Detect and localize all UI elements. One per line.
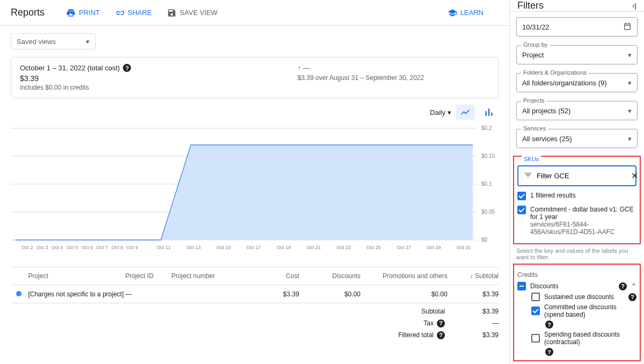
sku-item: Commitment - dollar based v1: GCE for 1 … [530, 206, 634, 221]
summary-amount: $3.39 [20, 74, 131, 83]
checkbox-indeterminate[interactable] [517, 282, 526, 290]
caret-down-icon: ▾ [628, 79, 632, 87]
summary-card: October 1 – 31, 2022 (total cost) ? $3.3… [11, 57, 499, 98]
subtotal-label: Subtotal [380, 308, 445, 315]
svg-text:$0.2: $0.2 [481, 125, 492, 131]
filter-icon [524, 171, 532, 181]
help-icon[interactable]: ? [545, 348, 553, 356]
svg-text:Oct 19: Oct 19 [276, 245, 290, 250]
folders-field[interactable]: Folders & Organizations All folders/orga… [516, 73, 638, 92]
skus-highlight: SKUs ✕ 1 filtered results Commitmen [513, 156, 641, 244]
date-field[interactable]: 10/31/22 [516, 17, 638, 37]
save-view-button[interactable]: SAVE VIEW [167, 8, 218, 18]
line-chart-icon [460, 107, 471, 118]
summary-credits: includes $0.00 in credits [20, 84, 131, 91]
caret-down-icon: ▾ [448, 108, 451, 117]
filtered-results: 1 filtered results [530, 192, 576, 199]
svg-text:Oct 21: Oct 21 [306, 245, 320, 250]
checkbox[interactable] [531, 334, 540, 343]
svg-text:Oct 25: Oct 25 [367, 245, 380, 250]
svg-text:Oct 3: Oct 3 [36, 245, 48, 250]
svg-text:$0: $0 [481, 237, 488, 243]
filtered-total-label: Filtered total? [380, 331, 445, 339]
svg-text:Oct 31: Oct 31 [457, 245, 471, 250]
svg-text:Oct 29: Oct 29 [427, 245, 441, 250]
svg-text:$0.15: $0.15 [481, 153, 495, 159]
filters-header: Filters ›| [510, 0, 644, 12]
bar-chart-toggle[interactable] [479, 105, 499, 120]
svg-text:Oct 5: Oct 5 [67, 245, 78, 250]
checkbox[interactable] [517, 206, 526, 214]
delta-text: $3.39 over August 31 – September 30, 202… [297, 74, 424, 82]
svg-text:Oct 13: Oct 13 [187, 245, 201, 250]
credits-highlight: Credits Discounts ? ⌃ Sustained use disc… [513, 264, 641, 361]
svg-text:Oct 15: Oct 15 [217, 245, 231, 250]
help-icon[interactable]: ? [619, 282, 627, 290]
calendar-icon [623, 22, 632, 32]
sku-path: services/6F81-5844-456A/skus/F61D-4D51-A… [530, 221, 614, 236]
help-icon[interactable]: ? [123, 64, 131, 72]
line-chart-toggle[interactable] [456, 105, 475, 120]
interval-dropdown[interactable]: Daily ▾ [430, 108, 451, 117]
print-button[interactable]: PRINT [66, 8, 100, 18]
svg-text:Oct 2: Oct 2 [21, 245, 33, 250]
link-icon [115, 8, 125, 18]
svg-text:Oct 23: Oct 23 [336, 245, 350, 250]
save-icon [167, 8, 177, 18]
bar-chart-icon [484, 107, 494, 118]
svg-text:$0.05: $0.05 [481, 209, 495, 215]
svg-text:Oct 6: Oct 6 [82, 245, 93, 250]
svg-text:Oct 27: Oct 27 [397, 245, 411, 250]
page-title: Reports [11, 7, 45, 18]
sku-filter-input-wrap: ✕ [517, 165, 636, 186]
projects-field[interactable]: Projects All projects (52) ▾ [516, 101, 638, 120]
print-icon [66, 8, 76, 18]
caret-down-icon: ▾ [628, 135, 632, 143]
filters-title: Filters [517, 0, 544, 11]
svg-text:Oct 17: Oct 17 [247, 245, 261, 250]
cost-table: Project Project ID Project number Cost D… [11, 267, 499, 341]
help-icon[interactable]: ? [437, 331, 445, 339]
svg-text:Oct 8: Oct 8 [112, 245, 123, 250]
series-dot [16, 291, 21, 296]
svg-text:Oct 11: Oct 11 [157, 245, 171, 250]
labels-hint: Select the key and values of the labels … [516, 247, 638, 260]
close-icon[interactable]: ✕ [631, 171, 638, 181]
svg-text:$0.1: $0.1 [481, 181, 492, 187]
chevron-up-icon[interactable]: ⌃ [631, 282, 636, 290]
arrow-up-icon: ↑ [297, 64, 301, 72]
caret-down-icon: ▾ [628, 51, 632, 59]
checkbox[interactable] [531, 307, 540, 315]
table-row[interactable]: [Charges not specific to a project] — $3… [11, 285, 499, 303]
header: Reports PRINT SHARE SAVE VIEW LEARN [0, 0, 509, 26]
sku-filter-input[interactable] [537, 172, 627, 180]
saved-views-dropdown[interactable]: Saved views ▾ [11, 33, 96, 49]
help-icon[interactable]: ? [628, 293, 636, 301]
expand-icon[interactable]: ›| [632, 2, 636, 10]
caret-down-icon: ▾ [628, 107, 632, 115]
group-by-field[interactable]: Group by Project ▾ [516, 45, 638, 64]
arrow-down-icon: ↓ [470, 272, 473, 280]
share-button[interactable]: SHARE [115, 8, 152, 18]
svg-text:Oct 9: Oct 9 [127, 245, 138, 250]
table-header: Project Project ID Project number Cost D… [11, 267, 499, 285]
summary-period: October 1 – 31, 2022 (total cost) [20, 64, 120, 72]
credits-section: Credits [517, 271, 636, 279]
learn-icon [448, 8, 457, 18]
delta-indicator: ↑ — [297, 64, 424, 72]
svg-text:Oct 7: Oct 7 [97, 245, 108, 250]
svg-text:Oct 4: Oct 4 [52, 245, 63, 250]
learn-button[interactable]: LEARN [448, 8, 484, 18]
tax-label: Tax? [380, 319, 445, 327]
help-icon[interactable]: ? [545, 321, 553, 329]
caret-down-icon: ▾ [86, 38, 90, 46]
help-icon[interactable]: ? [437, 319, 445, 327]
cost-chart: $0.2 $0.15 $0.1 $0.05 $0 Oct 2 Oct 3 Oct… [11, 123, 499, 257]
services-field[interactable]: Services All services (25) ▾ [516, 129, 638, 148]
subtotal-sort[interactable]: ↓Subtotal [448, 272, 499, 280]
checkbox[interactable] [531, 293, 540, 301]
checkbox[interactable] [517, 192, 526, 200]
